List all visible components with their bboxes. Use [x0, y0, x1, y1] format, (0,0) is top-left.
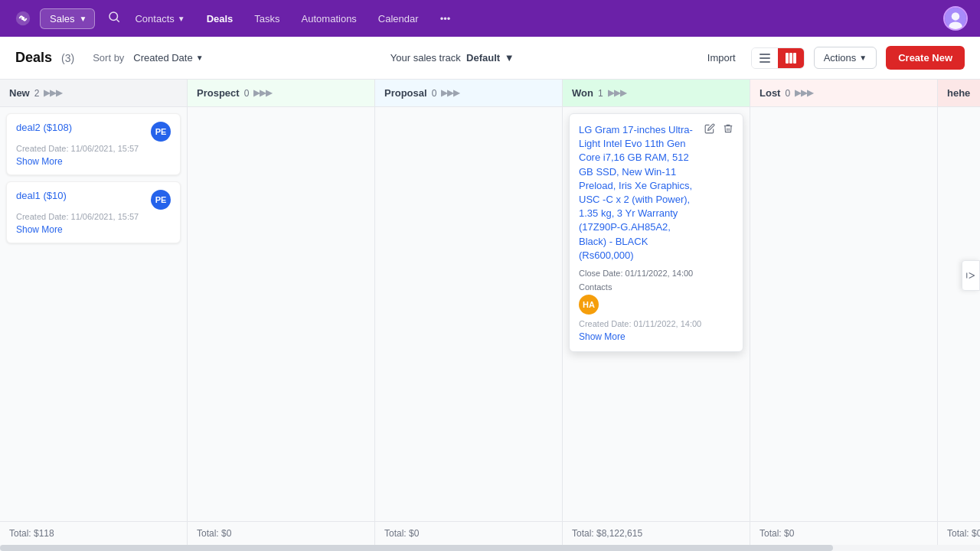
view-toggle-group [751, 47, 805, 69]
deal2-show-more[interactable]: Show More [16, 156, 171, 167]
column-name-hehe: hehe [947, 87, 970, 99]
column-footer-new: Total: $118 [0, 521, 187, 545]
column-cards-won: LG Gram 17-inches Ultra-Light Intel Evo … [563, 107, 750, 521]
nav-tasks[interactable]: Tasks [247, 10, 287, 28]
column-header-hehe: hehe [938, 80, 980, 107]
delete-deal-button[interactable] [721, 122, 735, 138]
column-name-lost: Lost [760, 87, 780, 99]
sort-chevron-icon: ▼ [196, 54, 204, 62]
column-header-won: Won 1 ▶▶▶ [563, 80, 750, 107]
track-chevron-icon[interactable]: ▼ [505, 52, 514, 64]
nav-deals[interactable]: Deals [199, 10, 241, 28]
sales-module-dropdown[interactable]: Sales ▼ [40, 8, 95, 29]
column-arrows-prospect: ▶▶▶ [253, 88, 272, 98]
deal1-show-more[interactable]: Show More [16, 224, 171, 235]
column-arrows-proposal: ▶▶▶ [441, 88, 459, 98]
chevron-down-icon: ▼ [80, 15, 87, 23]
kanban-container: New 2 ▶▶▶ deal2 ($108) PE Created Date: … [0, 80, 980, 551]
app-logo[interactable] [12, 8, 34, 29]
deal1-date: Created Date: 11/06/2021, 15:57 [16, 212, 171, 221]
avatar[interactable] [943, 6, 968, 31]
deal1-avatar: PE [151, 190, 171, 210]
column-header-prospect: Prospect 0 ▶▶▶ [188, 80, 374, 107]
column-count-prospect: 0 [244, 88, 250, 99]
won-deal-close-date: Close Date: 01/11/2022, 14:00 [579, 269, 733, 278]
svg-point-4 [952, 12, 960, 21]
svg-rect-9 [786, 53, 789, 64]
column-footer-lost: Total: $0 [750, 521, 937, 545]
column-count-won: 1 [598, 88, 603, 99]
column-cards-lost [750, 107, 937, 521]
column-cards-prospect [188, 107, 374, 521]
sort-value-dropdown[interactable]: Created Date ▼ [133, 52, 203, 64]
column-count-new: 2 [34, 88, 40, 99]
contacts-chevron-icon: ▼ [178, 15, 185, 23]
won-deal-card: LG Gram 17-inches Ultra-Light Intel Evo … [569, 113, 743, 352]
svg-rect-11 [793, 53, 796, 64]
column-header-new: New 2 ▶▶▶ [0, 80, 187, 107]
column-won: Won 1 ▶▶▶ [563, 80, 750, 545]
column-cards-hehe [938, 107, 980, 521]
deal2-title[interactable]: deal2 ($108) [16, 122, 72, 133]
column-name-prospect: Prospect [197, 87, 240, 99]
column-arrows-won: ▶▶▶ [608, 88, 626, 98]
actions-button[interactable]: Actions ▼ [814, 47, 877, 69]
column-cards-new: deal2 ($108) PE Created Date: 11/06/2021… [0, 107, 187, 521]
column-lost: Lost 0 ▶▶▶ Total: $0 [750, 80, 938, 545]
deal2-avatar: PE [151, 122, 171, 142]
svg-point-2 [109, 12, 118, 21]
horizontal-scrollbar[interactable] [0, 545, 980, 551]
sales-module-label: Sales [50, 13, 75, 24]
column-new: New 2 ▶▶▶ deal2 ($108) PE Created Date: … [0, 80, 188, 545]
page-subheader: Deals (3) Sort by Created Date ▼ Your sa… [0, 37, 980, 80]
svg-rect-8 [760, 61, 770, 63]
column-hehe: hehe Total: $0 [938, 80, 980, 545]
won-deal-title[interactable]: LG Gram 17-inches Ultra-Light Intel Evo … [579, 123, 733, 262]
scroll-right-indicator[interactable] [962, 260, 980, 291]
column-proposal: Proposal 0 ▶▶▶ Total: $0 [375, 80, 563, 545]
import-button[interactable]: Import [701, 52, 742, 64]
svg-line-12 [969, 273, 975, 276]
nav-contacts[interactable]: Contacts ▼ [127, 10, 192, 28]
column-header-lost: Lost 0 ▶▶▶ [750, 80, 937, 107]
deal2-date: Created Date: 11/06/2021, 15:57 [16, 144, 171, 153]
column-name-new: New [9, 87, 30, 99]
won-deal-show-more[interactable]: Show More [579, 331, 733, 342]
deal1-title[interactable]: deal1 ($10) [16, 190, 67, 201]
kanban-view-button[interactable] [778, 48, 804, 68]
search-button[interactable] [107, 10, 121, 27]
column-header-proposal: Proposal 0 ▶▶▶ [375, 80, 562, 107]
column-name-proposal: Proposal [384, 87, 427, 99]
nav-more[interactable]: ••• [433, 10, 459, 28]
column-footer-hehe: Total: $0 [938, 521, 980, 545]
top-navigation: Sales ▼ Contacts ▼ Deals Tasks Automatio… [0, 0, 980, 37]
column-cards-proposal [375, 107, 562, 521]
column-count-lost: 0 [785, 88, 790, 99]
kanban-board: New 2 ▶▶▶ deal2 ($108) PE Created Date: … [0, 80, 980, 545]
nav-calendar[interactable]: Calendar [371, 10, 426, 28]
edit-deal-button[interactable] [703, 122, 717, 138]
sales-track-value: Default [466, 52, 500, 64]
column-arrows-lost: ▶▶▶ [795, 88, 813, 98]
list-view-button[interactable] [752, 48, 778, 68]
won-deal-contact-avatar[interactable]: HA [579, 295, 599, 315]
won-deal-created-date: Created Date: 01/11/2022, 14:00 [579, 319, 733, 328]
column-prospect: Prospect 0 ▶▶▶ Total: $0 [188, 80, 375, 545]
sort-by-label: Sort by [93, 52, 124, 64]
page-title: Deals [15, 50, 52, 66]
svg-rect-10 [789, 53, 792, 64]
column-footer-proposal: Total: $0 [375, 521, 562, 545]
column-arrows-new: ▶▶▶ [44, 88, 62, 98]
svg-point-1 [21, 17, 25, 21]
create-new-button[interactable]: Create New [886, 46, 965, 70]
deal-card-deal2: deal2 ($108) PE Created Date: 11/06/2021… [6, 113, 181, 175]
sales-track-section: Your sales track Default ▼ [213, 52, 692, 64]
deals-count-badge: (3) [61, 52, 74, 64]
column-count-proposal: 0 [432, 88, 437, 99]
column-footer-won: Total: $8,122,615 [563, 521, 750, 545]
svg-rect-6 [760, 54, 770, 55]
won-deal-contacts-label: Contacts [579, 282, 733, 292]
svg-rect-7 [760, 57, 770, 59]
nav-automations[interactable]: Automations [294, 10, 364, 28]
scrollbar-thumb[interactable] [0, 545, 833, 551]
